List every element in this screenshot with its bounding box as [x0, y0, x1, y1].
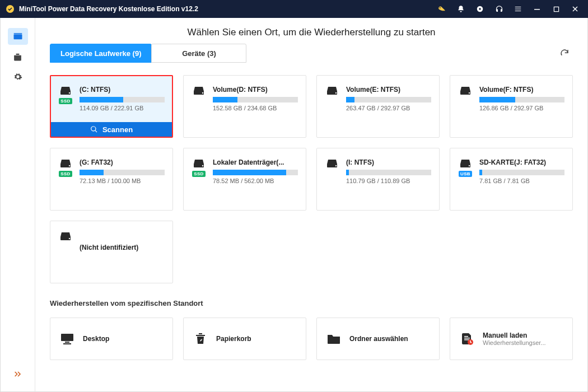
ssd-badge: SSD: [59, 98, 72, 104]
support-button[interactable]: [492, 2, 506, 16]
svg-rect-6: [13, 33, 22, 34]
drive-usage-bar: [479, 97, 564, 102]
drive-icon: [325, 86, 339, 96]
sidebar-item-recovery[interactable]: [8, 28, 28, 45]
svg-rect-17: [65, 342, 69, 343]
drive-icon: [59, 231, 72, 241]
desktop-icon: [59, 331, 75, 347]
svg-rect-5: [13, 34, 22, 39]
drive-usage-bar: [479, 170, 564, 175]
drive-usage-bar: [213, 97, 298, 102]
app-logo-icon: [6, 4, 15, 13]
location-title: Manuell laden: [483, 332, 563, 339]
sidebar: [1, 18, 35, 391]
tab-label: Logische Laufwerke (9): [60, 49, 141, 58]
svg-point-14: [469, 165, 470, 166]
svg-point-2: [479, 8, 481, 10]
svg-point-15: [69, 238, 70, 239]
drive-icon: [459, 86, 472, 96]
drive-name: (G: FAT32): [80, 158, 165, 166]
drive-icon: [459, 158, 472, 169]
svg-rect-3: [534, 9, 540, 10]
drive-usage-bar: [346, 170, 431, 175]
drive-card[interactable]: SSD Lokaler Datenträger(... 78.52 MB / 5…: [183, 148, 306, 211]
folder-icon: [326, 331, 342, 347]
drive-name: SD-KARTE(J: FAT32): [479, 158, 564, 166]
recycle-bin-icon: [193, 331, 208, 347]
manual-load-icon: [459, 331, 475, 347]
drive-size: 152.58 GB / 234.68 GB: [213, 105, 298, 111]
drive-card[interactable]: (Nicht identifiziert): [50, 221, 173, 283]
drive-size: 110.79 GB / 110.89 GB: [346, 178, 431, 184]
ssd-badge: SSD: [59, 171, 72, 177]
svg-rect-16: [61, 334, 73, 341]
location-recycle-bin[interactable]: Papierkorb: [183, 318, 306, 360]
drive-card[interactable]: Volume(E: NTFS) 263.47 GB / 292.97 GB: [316, 75, 440, 138]
refresh-button[interactable]: [556, 45, 573, 62]
search-icon: [90, 125, 98, 133]
location-grid: Desktop Papierkorb Ordne: [50, 318, 573, 360]
tab-devices[interactable]: Geräte (3): [151, 44, 246, 63]
drive-grid: SSD (C: NTFS) 114.09 GB / 222.91 GB Scan…: [50, 75, 573, 283]
drive-card[interactable]: Volume(F: NTFS) 126.86 GB / 292.97 GB: [450, 75, 573, 138]
location-manual-load[interactable]: Manuell laden Wiederherstellungser...: [450, 318, 573, 360]
location-title: Desktop: [83, 335, 164, 343]
drive-size: 72.13 MB / 100.00 MB: [80, 178, 165, 184]
usb-badge: USB: [459, 171, 472, 177]
disc-button[interactable]: [473, 2, 487, 16]
drive-usage-bar: [346, 97, 431, 102]
tabs-row: Logische Laufwerke (9) Geräte (3): [50, 44, 573, 63]
drive-name: Volume(F: NTFS): [479, 86, 564, 94]
svg-rect-18: [63, 343, 71, 344]
svg-point-13: [335, 165, 337, 166]
scan-button[interactable]: Scannen: [51, 122, 172, 137]
svg-point-7: [69, 92, 70, 94]
svg-point-8: [202, 92, 203, 94]
maximize-button[interactable]: [549, 2, 563, 16]
sidebar-collapse-button[interactable]: [8, 366, 28, 382]
drive-icon: [325, 158, 339, 169]
svg-point-12: [202, 165, 203, 166]
page-title: Wählen Sie einen Ort, um die Wiederherst…: [35, 18, 587, 44]
ssd-badge: SSD: [192, 171, 205, 177]
svg-point-9: [335, 92, 337, 94]
tab-logical-drives[interactable]: Logische Laufwerke (9): [50, 44, 152, 63]
drive-name: (Nicht identifiziert): [80, 244, 165, 251]
drive-size: 114.09 GB / 222.91 GB: [80, 105, 165, 111]
drive-size: 78.52 MB / 562.00 MB: [213, 178, 298, 184]
drive-icon: [192, 86, 206, 96]
drive-usage-bar: [80, 97, 165, 102]
svg-point-11: [69, 165, 70, 166]
location-select-folder[interactable]: Ordner auswählen: [316, 318, 440, 360]
drive-name: (I: NTFS): [346, 158, 431, 166]
drive-card[interactable]: Volume(D: NTFS) 152.58 GB / 234.68 GB: [183, 75, 306, 138]
location-desktop[interactable]: Desktop: [50, 318, 173, 360]
drive-card[interactable]: USB SD-KARTE(J: FAT32) 7.81 GB / 7.81 GB: [450, 148, 573, 211]
drive-card[interactable]: (I: NTFS) 110.79 GB / 110.89 GB: [316, 148, 440, 211]
minimize-button[interactable]: [530, 2, 544, 16]
drive-name: Lokaler Datenträger(...: [213, 158, 298, 166]
drive-name: Volume(D: NTFS): [213, 86, 298, 94]
titlebar: MiniTool Power Data Recovery Kostenlose …: [0, 0, 588, 18]
menu-button[interactable]: [511, 2, 525, 16]
upgrade-key-button[interactable]: [435, 2, 449, 16]
app-title: MiniTool Power Data Recovery Kostenlose …: [19, 5, 198, 13]
drive-icon: [59, 86, 72, 96]
scan-button-label: Scannen: [102, 125, 133, 134]
drive-size: 263.47 GB / 292.97 GB: [346, 105, 431, 111]
drive-card[interactable]: SSD (C: NTFS) 114.09 GB / 222.91 GB Scan…: [50, 75, 173, 138]
svg-point-10: [469, 92, 470, 94]
notifications-button[interactable]: [454, 2, 468, 16]
sidebar-item-toolbox[interactable]: [8, 48, 28, 65]
sidebar-item-settings[interactable]: [8, 68, 28, 85]
drive-size: 7.81 GB / 7.81 GB: [479, 178, 564, 184]
location-title: Ordner auswählen: [349, 335, 430, 343]
location-subtitle: Wiederherstellungser...: [483, 339, 563, 346]
drive-size: 126.86 GB / 292.97 GB: [479, 105, 564, 111]
drive-icon: [192, 158, 206, 169]
drive-icon: [59, 158, 72, 169]
svg-rect-4: [554, 7, 558, 11]
drive-name: (C: NTFS): [80, 86, 165, 94]
close-button[interactable]: [568, 2, 582, 16]
drive-card[interactable]: SSD (G: FAT32) 72.13 MB / 100.00 MB: [50, 148, 173, 211]
